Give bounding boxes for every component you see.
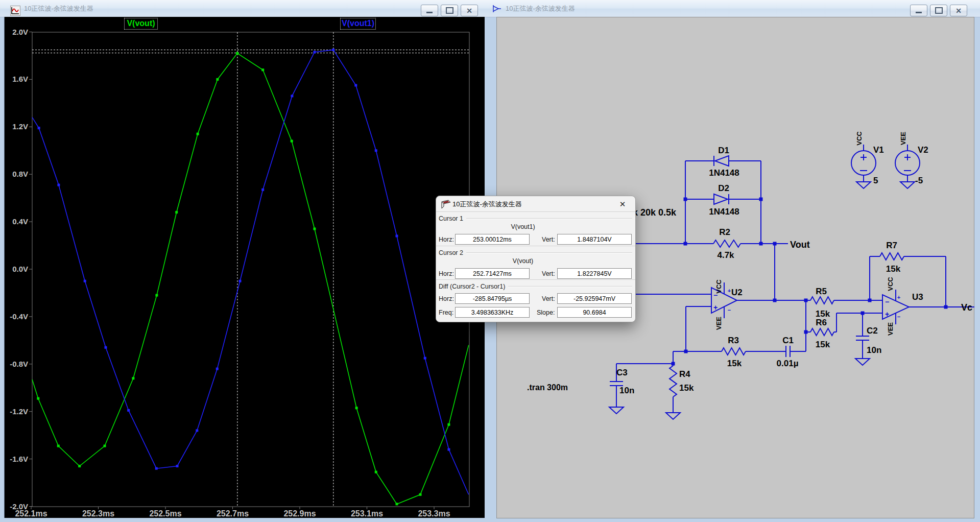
schematic-titlebar[interactable]: 10正弦波-余弦波发生器 ✕ [488, 0, 980, 17]
cursor-dialog[interactable]: 10正弦波-余弦波发生器 ✕ Cursor 1 V(vout1) Horz: V… [436, 196, 636, 322]
plot-canvas[interactable] [4, 17, 485, 518]
diff-horz-field[interactable] [455, 293, 530, 304]
diff-header: Diff (Cursor2 - Cursor1) [439, 283, 505, 290]
cursor1-vert-label: Vert: [542, 236, 555, 243]
cursor2-header: Cursor 2 [439, 249, 463, 256]
cursor2-horz-label: Horz: [439, 270, 454, 277]
cursor2-horz-field[interactable] [455, 268, 530, 279]
cursor1-horz-field[interactable] [455, 234, 530, 245]
cursor1-trace: V(vout1) [511, 223, 535, 230]
close-button[interactable]: ✕ [950, 5, 967, 16]
dialog-close-button[interactable]: ✕ [616, 199, 629, 210]
cursor2-vert-field[interactable] [557, 268, 632, 279]
dialog-title: 10正弦波-余弦波发生器 [452, 200, 522, 209]
cursor2-vert-label: Vert: [542, 270, 555, 277]
minimize-button[interactable] [910, 5, 927, 16]
diff-horz-label: Horz: [439, 295, 454, 302]
ltspice-logo-icon [441, 200, 451, 210]
close-icon: ✕ [955, 7, 962, 14]
schematic-app-icon [492, 5, 501, 15]
maximize-button[interactable] [441, 5, 458, 16]
diff-slope-label: Slope: [537, 309, 555, 316]
waveform-titlebar[interactable]: 10正弦波-余弦波发生器 ✕ [0, 0, 488, 17]
schematic-window-title: 10正弦波-余弦波发生器 [506, 4, 575, 13]
diff-freq-field[interactable] [455, 307, 530, 318]
waveform-window: 10正弦波-余弦波发生器 ✕ 252.1ms252.3ms252.5ms252.… [0, 0, 488, 522]
cursor2-trace: V(vout) [513, 257, 533, 265]
legend-vout[interactable]: V(vout) [124, 18, 158, 30]
legend-vout1[interactable]: V(vout1) [340, 18, 376, 30]
minimize-button[interactable] [421, 5, 438, 16]
maximize-icon [446, 7, 453, 14]
diff-vert-field[interactable] [557, 293, 632, 304]
minimize-icon [426, 12, 433, 13]
close-icon: ✕ [466, 7, 472, 14]
waveform-window-title: 10正弦波-余弦波发生器 [24, 4, 93, 13]
close-button[interactable]: ✕ [461, 5, 478, 16]
maximize-icon [935, 7, 943, 14]
diff-freq-label: Freq: [439, 309, 453, 316]
diff-vert-label: Vert: [542, 295, 555, 302]
diff-slope-field[interactable] [557, 307, 632, 318]
maximize-button[interactable] [930, 5, 947, 16]
cursor1-header: Cursor 1 [439, 215, 463, 222]
desktop: 10正弦波-余弦波发生器 ✕ 252.1ms252.3ms252.5ms252.… [0, 0, 980, 522]
cursor1-vert-field[interactable] [557, 234, 632, 245]
waveform-app-icon [10, 6, 20, 16]
minimize-icon [916, 12, 922, 13]
cursor1-horz-label: Horz: [439, 236, 454, 243]
